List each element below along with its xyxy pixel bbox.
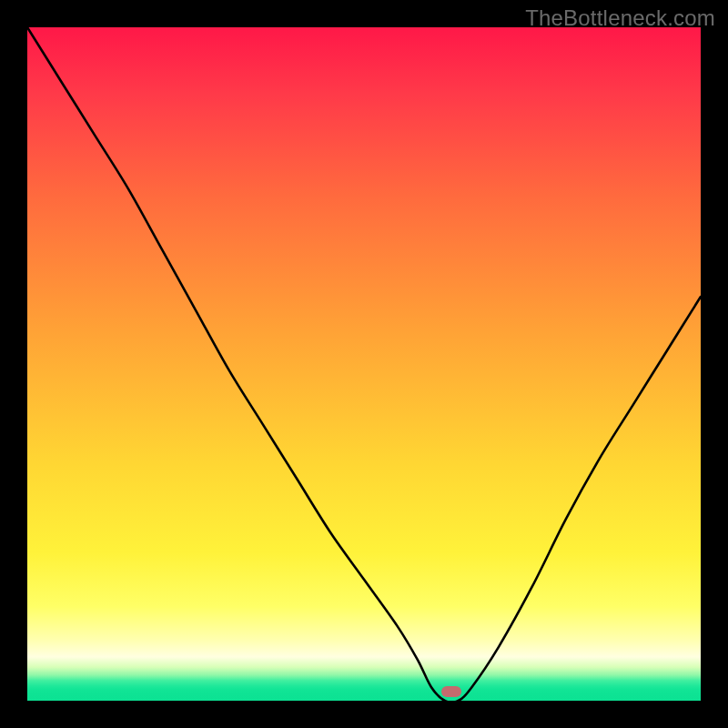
curve-path <box>27 27 701 701</box>
bottleneck-curve <box>27 27 701 701</box>
optimum-marker <box>441 686 461 697</box>
chart-stage: TheBottleneck.com <box>0 0 728 728</box>
watermark-text: TheBottleneck.com <box>525 5 715 31</box>
plot-area <box>27 27 701 701</box>
